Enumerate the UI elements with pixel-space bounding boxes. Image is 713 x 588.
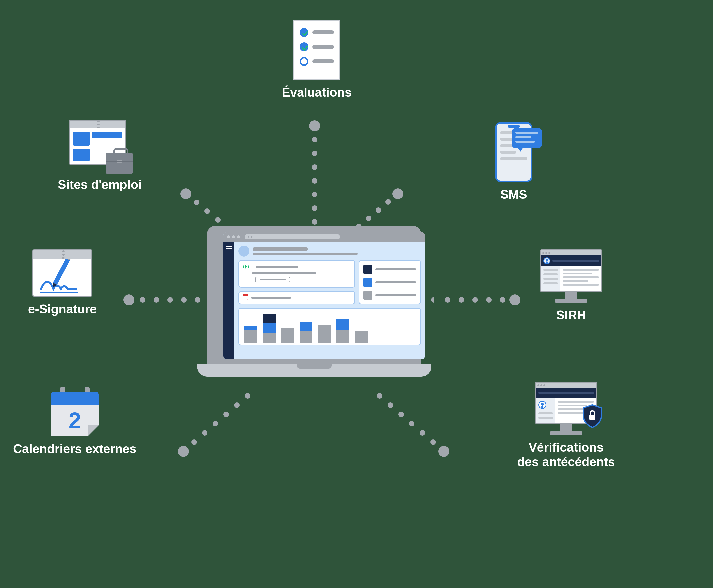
svg-rect-58 xyxy=(589,415,595,420)
svg-point-45 xyxy=(387,402,393,408)
node-label: SIRH xyxy=(556,308,586,323)
browser-chrome xyxy=(224,232,425,241)
integrations-diagram: Évaluations Sites d'emploi xyxy=(0,0,713,588)
calendar-mini-icon xyxy=(243,295,248,300)
svg-point-14 xyxy=(194,200,199,205)
svg-point-13 xyxy=(312,219,317,225)
node-evaluations: Évaluations xyxy=(267,20,366,100)
progress-card xyxy=(238,260,355,288)
calendar-day-number: 2 xyxy=(68,408,81,434)
svg-point-20 xyxy=(376,208,381,213)
svg-point-8 xyxy=(312,151,317,156)
svg-point-33 xyxy=(500,297,505,303)
svg-point-12 xyxy=(312,206,317,211)
svg-point-49 xyxy=(445,297,450,303)
svg-point-52 xyxy=(486,297,491,303)
svg-point-35 xyxy=(191,439,197,445)
node-label: Évaluations xyxy=(282,85,352,100)
node-background-checks: Vérifications des antécédents xyxy=(496,381,636,469)
svg-point-40 xyxy=(245,393,250,399)
svg-point-11 xyxy=(312,192,317,197)
checklist-icon xyxy=(293,20,340,80)
svg-point-1 xyxy=(180,188,191,199)
hamburger-icon xyxy=(226,245,232,245)
svg-point-41 xyxy=(431,439,436,445)
ats-dashboard xyxy=(224,241,425,359)
central-laptop-illustration xyxy=(197,226,432,380)
node-label: Vérifications des antécédents xyxy=(517,440,615,469)
user-avatar-icon xyxy=(543,257,550,264)
svg-point-53 xyxy=(500,297,505,303)
svg-point-2 xyxy=(392,188,403,199)
svg-point-43 xyxy=(409,421,415,426)
svg-point-24 xyxy=(140,297,145,303)
svg-point-38 xyxy=(224,412,229,417)
svg-point-19 xyxy=(385,199,391,205)
svg-point-15 xyxy=(205,208,210,214)
svg-point-7 xyxy=(312,137,317,142)
calendar-icon: 2 xyxy=(51,386,99,436)
svg-point-3 xyxy=(123,294,134,306)
svg-point-25 xyxy=(154,297,159,303)
app-header xyxy=(238,246,421,257)
node-sms: SMS xyxy=(469,122,559,202)
node-label: Calendriers externes xyxy=(13,442,137,456)
node-label: e-Signature xyxy=(28,302,97,317)
svg-point-5 xyxy=(178,446,189,457)
svg-point-36 xyxy=(202,430,208,436)
svg-rect-55 xyxy=(53,259,70,285)
svg-point-48 xyxy=(509,294,521,306)
svg-point-42 xyxy=(420,430,425,436)
shield-lock-icon xyxy=(582,404,602,428)
svg-point-39 xyxy=(234,402,240,408)
svg-point-44 xyxy=(398,412,404,417)
node-external-calendars: 2 Calendriers externes xyxy=(5,386,145,456)
svg-point-6 xyxy=(438,446,449,457)
svg-point-51 xyxy=(472,297,478,303)
svg-point-37 xyxy=(213,421,218,426)
node-job-boards: Sites d'emploi xyxy=(37,120,162,192)
svg-point-16 xyxy=(215,217,221,223)
svg-point-10 xyxy=(312,178,317,184)
svg-point-29 xyxy=(445,297,450,303)
svg-point-30 xyxy=(459,297,464,303)
svg-point-9 xyxy=(312,164,317,170)
event-card xyxy=(238,291,355,304)
svg-point-34 xyxy=(431,297,437,303)
avatar-icon xyxy=(238,246,249,257)
node-esignature: e-Signature xyxy=(10,249,115,317)
svg-point-0 xyxy=(309,121,320,131)
chat-bubble-icon xyxy=(512,128,542,148)
node-label: SMS xyxy=(500,188,527,202)
chevrons-right-icon xyxy=(243,264,253,270)
svg-point-50 xyxy=(459,297,464,303)
svg-point-26 xyxy=(167,297,173,303)
briefcase-icon xyxy=(106,153,133,174)
hris-monitor-icon xyxy=(540,249,602,303)
tiles-card xyxy=(359,260,421,304)
node-hris: SIRH xyxy=(526,249,616,323)
svg-point-46 xyxy=(377,393,382,399)
app-sidenav xyxy=(224,241,234,359)
svg-point-31 xyxy=(472,297,478,303)
svg-point-4 xyxy=(456,294,467,306)
svg-point-32 xyxy=(486,297,491,303)
svg-point-21 xyxy=(366,216,371,221)
background-check-monitor-icon xyxy=(535,381,597,435)
esignature-icon xyxy=(33,249,92,297)
node-label: Sites d'emploi xyxy=(58,177,142,192)
sms-phone-icon xyxy=(495,122,532,182)
svg-rect-47 xyxy=(434,294,519,306)
user-avatar-icon xyxy=(539,401,546,409)
svg-point-27 xyxy=(181,297,187,303)
job-board-icon xyxy=(68,120,131,172)
bar-chart-card xyxy=(238,308,421,345)
